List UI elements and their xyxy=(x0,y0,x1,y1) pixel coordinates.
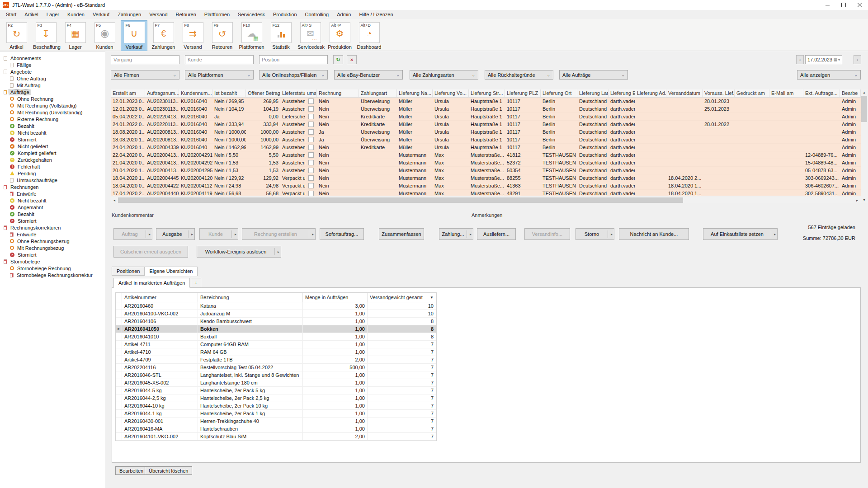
items-table-row[interactable]: AR2016044-1 kgHantelscheibe, 2er Pack 1 … xyxy=(116,410,436,418)
menu-item-start[interactable]: Start xyxy=(2,10,20,19)
column-header-lieferung-str[interactable]: Lieferung Str... xyxy=(469,89,505,97)
table-row[interactable]: 12.01.2023 0...AU20230113...KU2016040Nei… xyxy=(111,105,861,113)
items-table-row[interactable]: AR20160430-001Herren-Trekkingschuhe 401,… xyxy=(116,418,436,425)
action-button-ausgabe[interactable]: Ausgabe▸ xyxy=(156,228,195,240)
checkbox[interactable] xyxy=(308,99,314,104)
sidebar-item-ohne-auftrag[interactable]: Ohne Auftrag xyxy=(0,75,105,82)
column-header-ums[interactable]: ums... xyxy=(305,89,317,97)
menu-item-produktion[interactable]: Produktion xyxy=(269,10,301,19)
menu-item-hilfe-lizenzen[interactable]: Hilfe / Lizenzen xyxy=(355,10,397,19)
sidebar-item-mit-auftrag[interactable]: Mit Auftrag xyxy=(0,82,105,89)
column-header-kundennum[interactable]: Kundennum... xyxy=(179,89,212,97)
filter-dropdown-alle-onlineshops-filialen[interactable]: Alle Onlineshops/Filialen⌄ xyxy=(259,70,328,80)
sidebar-item-angemahnt[interactable]: Angemahnt xyxy=(0,204,105,211)
items-table-row[interactable]: Artikel-4711Computer 64GB RAM1,007 xyxy=(116,341,436,348)
date-prev-button[interactable]: ‹ xyxy=(796,55,804,64)
menu-item-servicedesk[interactable]: Servicedesk xyxy=(234,10,269,19)
date-next-button[interactable]: › xyxy=(854,55,861,64)
tab-positionen[interactable]: Positionen xyxy=(112,267,145,276)
sidebar-item-rechnungen[interactable]: Rechnungen xyxy=(0,183,105,190)
sidebar-item-stornobelege-rechnung[interactable]: Stornobelege Rechnung xyxy=(0,265,105,272)
toolbar-button-plattformen[interactable]: F10☁▦Plattformen xyxy=(239,21,264,51)
checkbox[interactable] xyxy=(308,106,314,112)
sidebar-item-zurückgehalten[interactable]: −Zurückgehalten xyxy=(0,156,105,163)
menu-item-lager[interactable]: Lager xyxy=(42,10,63,19)
toolbar-button-lager[interactable]: F4▦Lager xyxy=(62,21,88,51)
toolbar-button-servicedesk[interactable]: Alt+S✉…Servicedesk xyxy=(297,21,323,51)
items-table-row[interactable]: AR2016046-STLLanghantelset, inkl. Stange… xyxy=(116,371,436,379)
action-button-zusammenfassen[interactable]: Zusammenfassen xyxy=(379,228,424,240)
menu-item-versand[interactable]: Versand xyxy=(145,10,171,19)
table-row[interactable]: 05.04.2022 0...AU20220413...KU2016040Ja0… xyxy=(111,113,861,121)
items-table-row[interactable]: AR2016041010Boxball1,008 xyxy=(116,333,436,341)
menu-item-kunden[interactable]: Kunden xyxy=(63,10,89,19)
items-table-row[interactable]: AR201604100-VKO-002Judoanzug M1,0010 xyxy=(116,310,436,318)
action-button-nachricht-an-kunde[interactable]: Nachricht an Kunde... xyxy=(619,228,689,240)
menu-item-zahlungen[interactable]: Zahlungen xyxy=(113,10,145,19)
add-view-tab[interactable]: + xyxy=(191,278,201,288)
action-button-storno[interactable]: Storno▸ xyxy=(576,228,614,240)
checkbox[interactable] xyxy=(308,137,314,142)
toolbar-button-beschaffung[interactable]: F3↧Beschaffung xyxy=(33,21,59,51)
column-header-versandgewicht-gesamt[interactable]: Versandgewicht gesamt▼ xyxy=(368,293,436,302)
sidebar-item-rechnungskorrekturen[interactable]: Rechnungskorrekturen xyxy=(0,224,105,231)
column-header-lieferung-ad[interactable]: Lieferung Ad... xyxy=(635,89,666,97)
items-table-row[interactable]: AR201604106Kendo-Bambusschwert1,008 xyxy=(116,318,436,325)
items-table-row[interactable]: AR2016044-5 kgHantelscheibe, 2er Pack 5 … xyxy=(116,387,436,394)
tab-artikel-in-markierten-aufträgen[interactable]: Artikel in markierten Aufträgen xyxy=(113,278,190,288)
column-header-bezeichnung[interactable]: Bezeichnung xyxy=(198,293,303,302)
column-header-auftragsnum[interactable]: Auftragsnum... xyxy=(145,89,179,97)
action-button-versandinfo[interactable]: Versandinfo... xyxy=(524,228,570,240)
position-search-input[interactable] xyxy=(259,55,328,64)
sidebar-item-nicht-bezahlt[interactable]: Nicht bezahlt xyxy=(0,129,105,136)
filter-dropdown-alle-zahlungsarten[interactable]: Alle Zahlungsarten⌄ xyxy=(410,70,478,80)
table-row[interactable]: 21.04.2020 0...AU20200413...KU202004292N… xyxy=(111,159,861,167)
column-header-lieferung-na[interactable]: Lieferung Na... xyxy=(397,89,433,97)
table-row[interactable]: 20.04.2020 1...AU20200413...KU202004295N… xyxy=(111,167,861,174)
column-header-e-mail-am[interactable]: E-Mail am xyxy=(769,89,803,97)
sidebar-item-storniert[interactable]: ×Storniert xyxy=(0,217,105,224)
table-row[interactable]: 24.01.2022 0...AU20220113...KU2016040Nei… xyxy=(111,121,861,128)
column-header-rechnung[interactable]: Rechnung xyxy=(317,89,359,97)
sidebar-item-mit-rechnung-unvollständig[interactable]: Mit Rechnung (Unvollständig) xyxy=(0,109,105,116)
menu-item-controlling[interactable]: Controlling xyxy=(301,10,333,19)
sidebar-item-externe-rechnung[interactable]: Externe Rechnung xyxy=(0,116,105,122)
toolbar-button-versand[interactable]: F8⇉Versand xyxy=(180,21,206,51)
show-all-dropdown[interactable]: Alle anzeigen ⌄ xyxy=(797,70,861,80)
maximize-button[interactable] xyxy=(835,0,852,10)
toolbar-button-dashboard[interactable]: Alt+D◔Dashboard xyxy=(356,21,382,51)
column-header-ext-auftrags[interactable]: Ext. Auftrags... xyxy=(803,89,840,97)
minimize-button[interactable] xyxy=(819,0,835,10)
menu-item-plattformen[interactable]: Plattformen xyxy=(200,10,234,19)
column-header-ist-bezahlt[interactable]: Ist bezahlt xyxy=(212,89,246,97)
checkbox[interactable] xyxy=(308,175,314,181)
sidebar-item-mit-rechnungsbezug[interactable]: Mit Rechnungsbezug xyxy=(0,244,105,251)
checkbox[interactable] xyxy=(308,152,314,158)
kunde-search-input[interactable] xyxy=(185,55,254,64)
filter-dropdown-alle-plattformen[interactable]: Alle Plattformen⌄ xyxy=(185,70,254,80)
sidebar-item-umtauschaufträge[interactable]: Umtauschaufträge xyxy=(0,177,105,183)
sidebar-splitter[interactable] xyxy=(105,51,108,488)
menu-item-admin[interactable]: Admin xyxy=(333,10,355,19)
column-header-offener-betrag[interactable]: Offener Betrag xyxy=(246,89,280,97)
column-header-vorauss-lief[interactable]: Vorauss. Lief... xyxy=(703,89,735,97)
toolbar-button-produktion[interactable]: Alt+P⚙Produktion xyxy=(327,21,353,51)
action-button-auftrag[interactable]: Auftrag▸ xyxy=(113,228,152,240)
action-button-auf-einkaufsliste-setzen[interactable]: Auf Einkaufsliste setzen▸ xyxy=(703,228,778,240)
sidebar-item-nicht-bezahlt[interactable]: Nicht bezahlt xyxy=(0,197,105,204)
items-table-row[interactable]: AR2016044-10 kgHantelscheibe, 2er Pack 1… xyxy=(116,402,436,410)
items-table-row[interactable]: AR2016044-2,5 kgHantelscheibe, 2er Pack … xyxy=(116,394,436,402)
sidebar-item-abonnements[interactable]: Abonnements xyxy=(0,55,105,61)
checkbox[interactable] xyxy=(308,191,314,196)
sidebar-item-stornobelege[interactable]: Stornobelege xyxy=(0,258,105,265)
sidebar-item-mit-rechnung-vollständig[interactable]: Mit Rechnung (Vollständig) xyxy=(0,102,105,109)
items-table-row[interactable]: AR201604101-VKO-002Kopfschutz Blau S/M2,… xyxy=(116,433,436,441)
action-button-rechnung-erstellen[interactable]: Rechnung erstellen▸ xyxy=(242,228,316,240)
sidebar-item-entwürfe[interactable]: Entwürfe xyxy=(0,231,105,238)
checkbox[interactable] xyxy=(308,129,314,135)
filter-dropdown-alle-rückhaltegründe[interactable]: Alle Rückhaltegründe⌄ xyxy=(485,70,553,80)
action-button-kunde[interactable]: Kunde▸ xyxy=(199,228,238,240)
checkbox[interactable] xyxy=(308,145,314,150)
sidebar-item-pending[interactable]: Pending xyxy=(0,170,105,177)
items-table-row[interactable]: AR20160460Katana3,0010 xyxy=(116,302,436,310)
